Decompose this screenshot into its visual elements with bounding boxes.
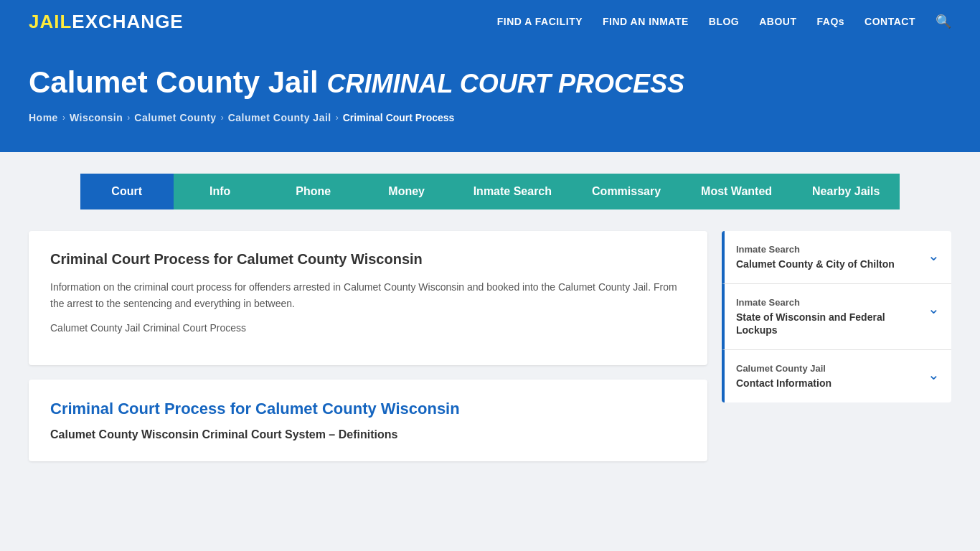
tab-row-2: Nearby Jails bbox=[792, 174, 900, 209]
tab-info[interactable]: Info bbox=[174, 174, 267, 209]
breadcrumb-sep-1: › bbox=[62, 113, 65, 123]
main-card-body: Information on the criminal court proces… bbox=[50, 279, 686, 336]
logo-jail: JAIL bbox=[29, 11, 72, 32]
site-logo[interactable]: JAILEXCHANGE bbox=[29, 11, 184, 33]
sidebar-card-text-2: Inmate Search State of Wisconsin and Fed… bbox=[736, 297, 920, 336]
second-card-title: Criminal Court Process for Calumet Count… bbox=[50, 400, 686, 418]
left-content: Criminal Court Process for Calumet Count… bbox=[29, 231, 707, 461]
search-icon[interactable]: 🔍 bbox=[936, 14, 951, 29]
breadcrumb-calumet-county[interactable]: Calumet County bbox=[134, 112, 216, 123]
sidebar-inmate-search-local[interactable]: Inmate Search Calumet County & City of C… bbox=[722, 231, 951, 284]
tab-commissary[interactable]: Commissary bbox=[572, 174, 681, 209]
breadcrumb-home[interactable]: Home bbox=[29, 112, 58, 123]
tab-nearby-jails[interactable]: Nearby Jails bbox=[792, 174, 900, 209]
main-card: Criminal Court Process for Calumet Count… bbox=[29, 231, 707, 364]
nav-about[interactable]: ABOUT bbox=[759, 16, 796, 27]
sidebar-sublabel-3: Contact Information bbox=[736, 377, 831, 389]
breadcrumb-current: Criminal Court Process bbox=[343, 112, 455, 123]
chevron-down-icon-1: ⌄ bbox=[928, 247, 940, 264]
breadcrumb-wisconsin[interactable]: Wisconsin bbox=[70, 112, 123, 123]
nav-contact[interactable]: CONTACT bbox=[864, 16, 915, 27]
main-nav: FIND A FACILITY FIND AN INMATE BLOG ABOU… bbox=[497, 14, 951, 29]
second-card-subtitle: Calumet County Wisconsin Criminal Court … bbox=[50, 428, 686, 441]
main-card-footer: Calumet County Jail Criminal Court Proce… bbox=[50, 320, 686, 336]
nav-faqs[interactable]: FAQs bbox=[817, 16, 845, 27]
sidebar-card-text-3: Calumet County Jail Contact Information bbox=[736, 363, 831, 390]
nav-blog[interactable]: BLOG bbox=[709, 16, 739, 27]
breadcrumb-sep-2: › bbox=[127, 113, 130, 123]
sidebar-label-3: Calumet County Jail bbox=[736, 363, 831, 374]
logo-exchange: EXCHANGE bbox=[72, 11, 183, 32]
main-card-body-text: Information on the criminal court proces… bbox=[50, 279, 686, 311]
tab-row-1: Court Info Phone Money Inmate Search Com… bbox=[80, 174, 792, 209]
sidebar-label-1: Inmate Search bbox=[736, 244, 895, 255]
title-subtitle: Criminal Court Process bbox=[326, 69, 684, 98]
sidebar-card-text-1: Inmate Search Calumet County & City of C… bbox=[736, 244, 895, 270]
second-card: Criminal Court Process for Calumet Count… bbox=[29, 380, 707, 461]
main-card-title: Criminal Court Process for Calumet Count… bbox=[50, 251, 686, 268]
breadcrumb-jail[interactable]: Calumet County Jail bbox=[228, 112, 331, 123]
nav-find-facility[interactable]: FIND A FACILITY bbox=[497, 16, 583, 27]
header: JAILEXCHANGE FIND A FACILITY FIND AN INM… bbox=[0, 0, 980, 43]
chevron-down-icon-2: ⌄ bbox=[928, 300, 940, 317]
hero-section: Calumet County Jail Criminal Court Proce… bbox=[0, 43, 980, 152]
page-title: Calumet County Jail Criminal Court Proce… bbox=[29, 65, 951, 100]
tabs-container: Court Info Phone Money Inmate Search Com… bbox=[29, 174, 951, 209]
tab-money[interactable]: Money bbox=[360, 174, 453, 209]
breadcrumb: Home › Wisconsin › Calumet County › Calu… bbox=[29, 112, 951, 123]
title-main: Calumet County Jail bbox=[29, 65, 319, 99]
tab-most-wanted[interactable]: Most Wanted bbox=[681, 174, 792, 209]
breadcrumb-sep-3: › bbox=[221, 113, 224, 123]
tab-phone[interactable]: Phone bbox=[267, 174, 360, 209]
sidebar-label-2: Inmate Search bbox=[736, 297, 920, 308]
breadcrumb-sep-4: › bbox=[336, 113, 339, 123]
content-area: Court Info Phone Money Inmate Search Com… bbox=[0, 152, 980, 482]
nav-find-inmate[interactable]: FIND AN INMATE bbox=[603, 16, 689, 27]
main-layout: Criminal Court Process for Calumet Count… bbox=[29, 231, 951, 461]
tab-court[interactable]: Court bbox=[80, 174, 174, 209]
sidebar-contact-info[interactable]: Calumet County Jail Contact Information … bbox=[722, 350, 951, 402]
tab-inmate-search[interactable]: Inmate Search bbox=[453, 174, 572, 209]
chevron-down-icon-3: ⌄ bbox=[928, 366, 940, 383]
sidebar-inmate-search-state[interactable]: Inmate Search State of Wisconsin and Fed… bbox=[722, 284, 951, 350]
sidebar-sublabel-1: Calumet County & City of Chilton bbox=[736, 258, 895, 270]
sidebar-sublabel-2: State of Wisconsin and Federal Lockups bbox=[736, 311, 885, 336]
right-sidebar: Inmate Search Calumet County & City of C… bbox=[722, 231, 951, 402]
